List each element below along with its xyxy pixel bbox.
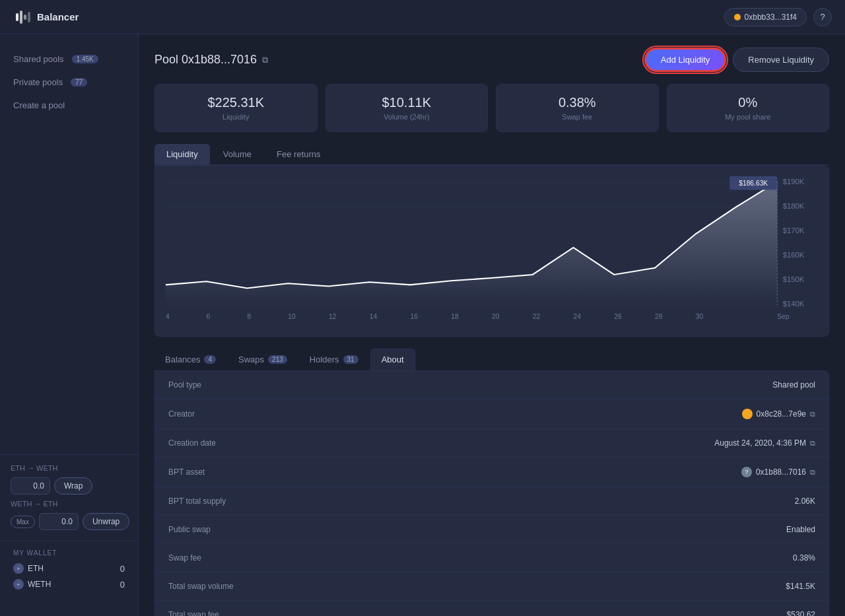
pool-type-key: Pool type [168, 380, 201, 390]
tab-about[interactable]: About [370, 349, 415, 370]
tab-swaps[interactable]: Swaps 213 [228, 349, 298, 370]
weth-to-eth-label: WETH → ETH [11, 500, 127, 508]
max-button[interactable]: Max [11, 516, 35, 528]
bpt-asset-key: BPT asset [168, 467, 205, 477]
eth-input[interactable] [11, 477, 50, 495]
wrap-button[interactable]: Wrap [54, 477, 92, 495]
svg-text:$170K: $170K [783, 226, 805, 234]
pool-title: Pool 0x1b88...7016 ⧉ [154, 53, 268, 67]
tab-fee-returns[interactable]: Fee returns [265, 144, 332, 164]
volume-value: $10.11K [337, 95, 477, 110]
svg-text:$186.63K: $186.63K [739, 180, 768, 187]
tab-holders[interactable]: Holders 31 [299, 349, 369, 370]
about-row-total-swap-volume: Total swap volume $141.5K [155, 572, 828, 601]
swap-fee-key: Swap fee [168, 553, 201, 563]
creator-value: 0x8c28...7e9e ⧉ [742, 409, 815, 419]
holders-badge: 31 [343, 355, 358, 364]
volume-label: Volume (24hr) [337, 113, 477, 121]
public-swap-value: Enabled [786, 525, 815, 534]
creation-date-link-icon[interactable]: ⧉ [810, 439, 815, 448]
creation-date-text: August 24, 2020, 4:36 PM [714, 438, 806, 448]
main-layout: Shared pools 1.45K Private pools 77 Crea… [0, 34, 845, 616]
creator-link-icon[interactable]: ⧉ [810, 410, 815, 419]
private-pools-label: Private pools [13, 77, 63, 87]
liquidity-chart: $190K $180K $170K $160K $150K $140K [166, 176, 818, 325]
app-title: Balancer [37, 11, 79, 22]
tab-liquidity[interactable]: Liquidity [154, 144, 210, 164]
svg-text:6: 6 [207, 313, 211, 320]
about-table: Pool type Shared pool Creator 0x8c28...7… [154, 370, 829, 616]
svg-text:$150K: $150K [783, 275, 805, 283]
svg-text:Sep: Sep [777, 313, 790, 320]
add-eth-icon[interactable]: + [13, 563, 24, 574]
sidebar-item-shared-pools[interactable]: Shared pools 1.45K [0, 48, 138, 71]
svg-rect-0 [16, 13, 18, 21]
weth-input[interactable] [39, 513, 79, 530]
sidebar-bottom: ETH → WETH Wrap WETH → ETH Max Unwrap MY… [0, 454, 138, 603]
help-button[interactable]: ? [813, 8, 832, 26]
sidebar-nav: Shared pools 1.45K Private pools 77 Crea… [0, 48, 138, 454]
logo-icon [13, 8, 32, 26]
pool-header: Pool 0x1b88...7016 ⧉ Add Liquidity Remov… [154, 48, 829, 72]
bpt-avatar: ? [741, 467, 752, 477]
create-pool-label: Create a pool [13, 100, 65, 110]
weth-amount: 0 [120, 580, 125, 590]
svg-text:$140K: $140K [783, 300, 805, 308]
total-swap-volume-value: $141.5K [786, 582, 815, 591]
about-row-swap-fee: Swap fee 0.38% [155, 544, 828, 572]
stat-liquidity: $225.31K Liquidity [154, 84, 318, 132]
weth-symbol: WETH [28, 580, 51, 589]
svg-text:26: 26 [614, 313, 622, 320]
pool-share-label: My pool share [678, 113, 819, 121]
swap-fee-label: Swap fee [507, 113, 648, 121]
sidebar-item-create-pool[interactable]: Create a pool [0, 94, 138, 117]
tab-volume[interactable]: Volume [211, 144, 263, 164]
about-label: About [382, 355, 404, 364]
svg-text:$160K: $160K [783, 251, 805, 259]
wallet-eth-token: + ETH [13, 563, 44, 574]
svg-text:20: 20 [492, 313, 500, 320]
help-label: ? [820, 12, 825, 22]
about-row-creation-date: Creation date August 24, 2020, 4:36 PM ⧉ [155, 429, 828, 458]
swaps-badge: 213 [268, 355, 287, 364]
total-swap-fee-key: Total swap fee [168, 610, 219, 616]
wallet-section-title: MY WALLET [13, 549, 125, 557]
add-weth-icon[interactable]: + [13, 579, 24, 590]
pool-type-value: Shared pool [772, 380, 815, 390]
private-pools-badge: 77 [71, 78, 87, 86]
eth-to-weth-label: ETH → WETH [11, 464, 127, 472]
bpt-link-icon[interactable]: ⧉ [810, 468, 815, 477]
about-row-total-swap-fee: Total swap fee $530.62 [155, 601, 828, 616]
about-row-bpt-supply: BPT total supply 2.06K [155, 487, 828, 516]
eth-wrap-row: Wrap [11, 477, 127, 495]
svg-text:$190K: $190K [783, 178, 805, 186]
bottom-tabs: Balances 4 Swaps 213 Holders 31 About [154, 349, 829, 370]
sidebar-item-private-pools[interactable]: Private pools 77 [0, 71, 138, 94]
pool-share-value: 0% [678, 95, 819, 110]
remove-liquidity-button[interactable]: Remove Liquidity [733, 48, 829, 72]
creation-date-key: Creation date [168, 438, 216, 448]
liquidity-value: $225.31K [166, 95, 306, 110]
svg-text:22: 22 [533, 313, 541, 320]
wallet-button[interactable]: 0xbbb33...31f4 [724, 8, 807, 26]
shared-pools-label: Shared pools [13, 54, 64, 64]
chart-tabs: Liquidity Volume Fee returns [154, 144, 829, 165]
wallet-weth-row: + WETH 0 [13, 579, 125, 590]
stats-grid: $225.31K Liquidity $10.11K Volume (24hr)… [154, 84, 829, 132]
svg-text:24: 24 [574, 313, 582, 320]
swaps-label: Swaps [238, 355, 264, 364]
tab-balances[interactable]: Balances 4 [154, 349, 226, 370]
bpt-supply-key: BPT total supply [168, 496, 226, 506]
pool-external-link-icon[interactable]: ⧉ [262, 55, 268, 65]
add-liquidity-button[interactable]: Add Liquidity [644, 48, 726, 72]
about-row-creator: Creator 0x8c28...7e9e ⧉ [155, 399, 828, 429]
weth-wrap-row: Max Unwrap [11, 513, 127, 530]
chart-container: $190K $180K $170K $160K $150K $140K [154, 165, 829, 337]
swap-fee-about-value: 0.38% [793, 553, 815, 563]
svg-text:30: 30 [696, 313, 704, 320]
stat-pool-share: 0% My pool share [667, 84, 830, 132]
pool-actions: Add Liquidity Remove Liquidity [644, 48, 829, 72]
svg-text:18: 18 [451, 313, 459, 320]
wallet-address: 0xbbb33...31f4 [745, 13, 797, 22]
unwrap-button[interactable]: Unwrap [83, 513, 129, 530]
